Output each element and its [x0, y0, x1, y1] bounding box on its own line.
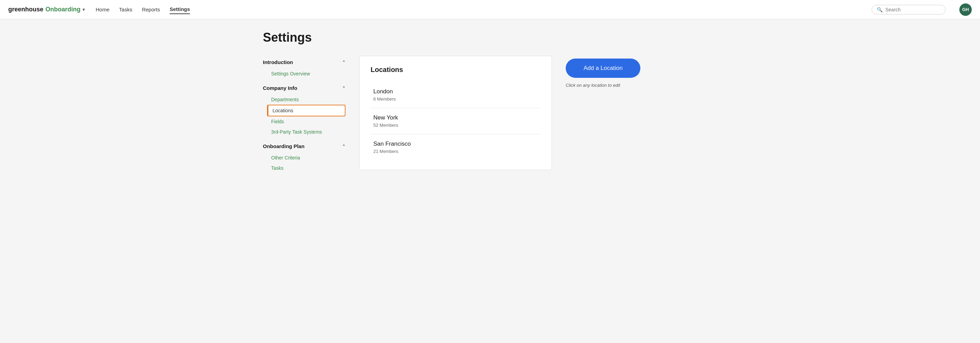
locations-card: Locations London 6 Members New York 52 M… — [359, 56, 552, 170]
sidebar-section-onboarding-plan-header[interactable]: Onboarding Plan ⌃ — [263, 140, 345, 153]
page-container: Settings Introduction ⌃ Settings Overvie… — [249, 19, 731, 187]
logo-onboarding-text: Onboarding — [45, 6, 81, 13]
logo[interactable]: greenhouse Onboarding ▾ — [8, 6, 85, 13]
sidebar-section-introduction-label: Introduction — [263, 59, 293, 65]
sidebar-item-tasks[interactable]: Tasks — [267, 163, 345, 173]
sidebar: Introduction ⌃ Settings Overview Company… — [263, 56, 345, 176]
nav-reports[interactable]: Reports — [142, 5, 160, 14]
page-title: Settings — [263, 30, 717, 45]
nav-tasks[interactable]: Tasks — [119, 5, 132, 14]
add-location-button[interactable]: Add a Location — [566, 59, 640, 78]
location-members-london: 6 Members — [373, 96, 538, 102]
sidebar-introduction-items: Settings Overview — [263, 69, 345, 79]
location-item-san-francisco[interactable]: San Francisco 21 Members — [371, 134, 541, 160]
sidebar-section-company-info-header[interactable]: Company Info ⌃ — [263, 81, 345, 94]
sidebar-item-settings-overview[interactable]: Settings Overview — [267, 69, 345, 79]
location-name-new-york: New York — [373, 114, 538, 121]
chevron-up-icon: ⌃ — [342, 60, 345, 65]
chevron-up-icon-2: ⌃ — [342, 86, 345, 91]
location-name-san-francisco: San Francisco — [373, 140, 538, 147]
sidebar-item-other-criteria[interactable]: Other Criteria — [267, 153, 345, 163]
sidebar-section-introduction: Introduction ⌃ Settings Overview — [263, 56, 345, 79]
sidebar-item-departments[interactable]: Departments — [267, 94, 345, 105]
location-name-london: London — [373, 88, 538, 95]
right-panel: Add a Location Click on any location to … — [566, 56, 640, 88]
sidebar-section-company-info: Company Info ⌃ Departments Locations Fie… — [263, 81, 345, 137]
location-item-new-york[interactable]: New York 52 Members — [371, 108, 541, 134]
logo-greenhouse-text: greenhouse — [8, 6, 43, 13]
nav-home[interactable]: Home — [95, 5, 110, 14]
avatar[interactable]: GH — [959, 3, 972, 16]
sidebar-item-fields[interactable]: Fields — [267, 116, 345, 127]
top-nav: greenhouse Onboarding ▾ Home Tasks Repor… — [0, 0, 980, 19]
edit-hint: Click on any location to edit — [566, 83, 620, 88]
chevron-up-icon-3: ⌃ — [342, 144, 345, 149]
sidebar-section-onboarding-plan-label: Onboarding Plan — [263, 143, 304, 149]
sidebar-section-company-info-label: Company Info — [263, 85, 297, 91]
main-content: Locations London 6 Members New York 52 M… — [359, 56, 717, 170]
sidebar-item-locations[interactable]: Locations — [267, 105, 345, 116]
search-box: 🔍 — [872, 5, 946, 14]
nav-settings[interactable]: Settings — [170, 5, 190, 14]
nav-links: Home Tasks Reports Settings — [95, 5, 861, 14]
location-members-new-york: 52 Members — [373, 123, 538, 128]
sidebar-item-3rd-party[interactable]: 3rd-Party Task Systems — [267, 127, 345, 137]
locations-card-title: Locations — [371, 66, 541, 74]
sidebar-company-info-items: Departments Locations Fields 3rd-Party T… — [263, 94, 345, 137]
sidebar-onboarding-plan-items: Other Criteria Tasks — [263, 153, 345, 173]
layout: Introduction ⌃ Settings Overview Company… — [263, 56, 717, 176]
sidebar-section-onboarding-plan: Onboarding Plan ⌃ Other Criteria Tasks — [263, 140, 345, 173]
search-icon: 🔍 — [877, 7, 883, 13]
search-input[interactable] — [885, 7, 940, 13]
location-item-london[interactable]: London 6 Members — [371, 82, 541, 108]
location-members-san-francisco: 21 Members — [373, 149, 538, 154]
logo-chevron-icon: ▾ — [83, 7, 85, 12]
sidebar-section-introduction-header[interactable]: Introduction ⌃ — [263, 56, 345, 69]
